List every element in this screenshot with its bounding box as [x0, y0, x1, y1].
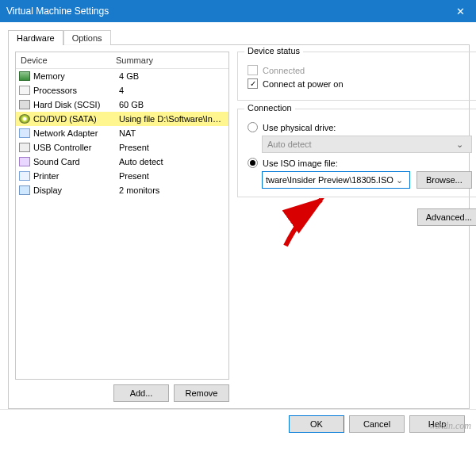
- device-icon: [19, 171, 30, 181]
- device-row[interactable]: Sound CardAuto detect: [16, 155, 228, 169]
- physical-drive-value: Auto detect: [267, 140, 312, 149]
- device-summary: Present: [119, 143, 225, 152]
- device-row[interactable]: Hard Disk (SCSI)60 GB: [16, 97, 228, 112]
- device-name: Network Adapter: [33, 128, 119, 138]
- device-icon: [19, 100, 30, 109]
- column-device[interactable]: Device: [16, 52, 111, 68]
- chevron-down-icon[interactable]: ⌄: [393, 175, 406, 185]
- connect-power-checkbox[interactable]: ✓: [248, 78, 258, 89]
- add-button[interactable]: Add...: [113, 384, 169, 402]
- device-summary: 2 monitors: [119, 185, 225, 195]
- column-summary[interactable]: Summary: [111, 52, 228, 68]
- close-icon[interactable]: ✕: [451, 2, 470, 21]
- device-name: USB Controller: [33, 143, 119, 152]
- iso-path-value: tware\Insider Preview\18305.ISO: [266, 175, 393, 185]
- device-status-group: Device status Connected ✓ Connect at pow…: [237, 52, 476, 101]
- device-icon: [19, 143, 30, 152]
- device-icon: [19, 114, 30, 124]
- device-row[interactable]: Memory4 GB: [16, 69, 228, 83]
- device-summary: 60 GB: [119, 100, 225, 109]
- device-name: Processors: [33, 86, 119, 95]
- connect-power-label: Connect at power on: [263, 79, 344, 89]
- device-list[interactable]: Device Summary Memory4 GBProcessors4Hard…: [15, 52, 229, 380]
- advanced-button[interactable]: Advanced...: [417, 208, 476, 226]
- device-row[interactable]: Network AdapterNAT: [16, 126, 228, 140]
- device-name: Display: [33, 185, 119, 195]
- device-status-title: Device status: [244, 46, 303, 55]
- use-iso-label: Use ISO image file:: [263, 159, 338, 168]
- device-summary: Present: [119, 171, 225, 181]
- device-icon: [19, 185, 30, 195]
- device-list-header: Device Summary: [16, 52, 228, 69]
- device-name: Printer: [33, 171, 119, 181]
- physical-drive-combo: Auto detect ⌄: [262, 136, 472, 153]
- connection-group: Connection Use physical drive: Auto dete…: [237, 109, 476, 197]
- device-icon: [19, 128, 30, 138]
- device-name: CD/DVD (SATA): [33, 114, 119, 124]
- device-name: Memory: [33, 71, 119, 81]
- use-iso-radio[interactable]: [248, 158, 258, 168]
- device-summary: NAT: [119, 128, 225, 138]
- connected-checkbox: [248, 65, 258, 75]
- device-row[interactable]: Processors4: [16, 83, 228, 97]
- iso-path-combo[interactable]: tware\Insider Preview\18305.ISO ⌄: [262, 171, 410, 189]
- tab-hardware[interactable]: Hardware: [8, 30, 63, 45]
- device-row[interactable]: USB ControllerPresent: [16, 140, 228, 155]
- device-name: Hard Disk (SCSI): [33, 100, 119, 109]
- connected-label: Connected: [263, 66, 305, 75]
- device-icon: [19, 86, 30, 95]
- connection-title: Connection: [244, 103, 295, 113]
- tab-options[interactable]: Options: [63, 30, 111, 45]
- watermark: wsxdn.com: [429, 420, 471, 432]
- device-icon: [19, 71, 30, 81]
- device-row[interactable]: CD/DVD (SATA)Using file D:\Software\Insi…: [16, 112, 228, 126]
- device-icon: [19, 157, 30, 166]
- browse-button[interactable]: Browse...: [416, 171, 472, 189]
- cancel-button[interactable]: Cancel: [349, 415, 405, 433]
- device-row[interactable]: PrinterPresent: [16, 169, 228, 183]
- use-physical-label: Use physical drive:: [263, 123, 336, 132]
- device-summary: Auto detect: [119, 157, 225, 166]
- remove-button[interactable]: Remove: [174, 384, 229, 402]
- device-summary: 4: [119, 86, 225, 95]
- ok-button[interactable]: OK: [289, 415, 344, 433]
- device-name: Sound Card: [33, 157, 119, 166]
- window-title: Virtual Machine Settings: [6, 6, 451, 17]
- chevron-down-icon: ⌄: [454, 140, 466, 150]
- device-row[interactable]: Display2 monitors: [16, 183, 228, 197]
- use-physical-radio[interactable]: [248, 122, 258, 132]
- device-summary: Using file D:\Software\Insider ...: [119, 114, 225, 124]
- device-summary: 4 GB: [119, 71, 225, 81]
